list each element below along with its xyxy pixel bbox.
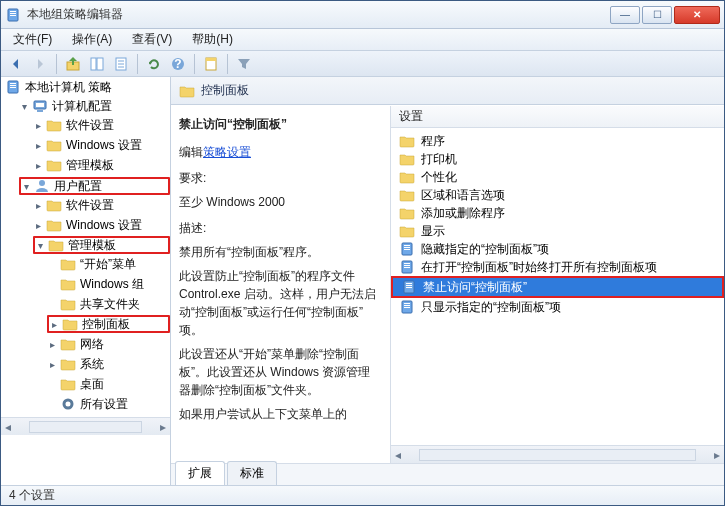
list-item[interactable]: 区域和语言选项 (391, 186, 724, 204)
tree-item[interactable]: ▸软件设置 (33, 116, 170, 134)
list-item[interactable]: 添加或删除程序 (391, 204, 724, 222)
gear-icon (60, 396, 76, 412)
setting-title: 禁止访问“控制面板” (179, 116, 382, 133)
folder-icon (46, 217, 62, 233)
requirements-text: 至少 Windows 2000 (179, 193, 382, 211)
pane-title: 控制面板 (201, 82, 249, 99)
folder-icon (60, 296, 76, 312)
view-tabs: 扩展 标准 (171, 463, 724, 485)
folder-icon (62, 316, 78, 332)
scroll-icon (399, 299, 415, 315)
collapse-icon[interactable]: ▾ (19, 101, 30, 112)
tree-item[interactable]: ▸Windows 设置 (33, 216, 170, 234)
expand-icon[interactable]: ▸ (33, 120, 44, 131)
scroll-icon (399, 241, 415, 257)
tree-pane[interactable]: 本地计算机 策略 ▾ 计算机配置 ▸软件设置 (1, 77, 171, 485)
content-area: 禁止访问“控制面板” 编辑策略设置 要求: 至少 Windows 2000 描述… (171, 105, 724, 463)
description-text: 此设置防止“控制面板”的程序文件 Control.exe 启动。这样，用户无法启… (179, 267, 382, 339)
list-item[interactable]: 程序 (391, 132, 724, 150)
tree-control-panel[interactable]: ▸控制面板 (47, 315, 170, 333)
folder-icon (46, 137, 62, 153)
requirements-label: 要求: (179, 169, 382, 187)
folder-icon (60, 276, 76, 292)
tree-item[interactable]: ▸软件设置 (33, 196, 170, 214)
titlebar: 本地组策略编辑器 — ☐ ✕ (1, 1, 724, 29)
description-text: 禁用所有“控制面板”程序。 (179, 243, 382, 261)
tab-extended[interactable]: 扩展 (175, 461, 225, 485)
status-text: 4 个设置 (9, 487, 55, 504)
toolbar: ? (1, 51, 724, 77)
tree-item[interactable]: ▸系统 (47, 355, 170, 373)
filter-button[interactable] (233, 53, 255, 75)
list-item[interactable]: 只显示指定的“控制面板”项 (391, 298, 724, 316)
expand-icon[interactable]: ▸ (33, 220, 44, 231)
expand-icon[interactable]: ▸ (47, 339, 58, 350)
properties-button[interactable] (200, 53, 222, 75)
collapse-icon[interactable]: ▾ (35, 240, 46, 251)
status-bar: 4 个设置 (1, 485, 724, 505)
folder-icon (399, 133, 415, 149)
tree-item[interactable]: 共享文件夹 (47, 295, 170, 313)
right-pane: 控制面板 禁止访问“控制面板” 编辑策略设置 要求: 至少 Windows 20… (171, 77, 724, 485)
menu-view[interactable]: 查看(V) (124, 29, 180, 50)
close-button[interactable]: ✕ (674, 6, 720, 24)
description-label: 描述: (179, 219, 382, 237)
tree-computer-config[interactable]: ▾ 计算机配置 (19, 97, 170, 115)
show-hide-tree-button[interactable] (86, 53, 108, 75)
tree-hscroll[interactable]: ◂▸ (1, 417, 170, 435)
list-item[interactable]: 在打开“控制面板”时始终打开所有控制面板项 (391, 258, 724, 276)
minimize-button[interactable]: — (610, 6, 640, 24)
list-item[interactable]: 隐藏指定的“控制面板”项 (391, 240, 724, 258)
list-item[interactable]: 打印机 (391, 150, 724, 168)
settings-list[interactable]: 程序打印机个性化区域和语言选项添加或删除程序显示隐藏指定的“控制面板”项在打开“… (391, 128, 724, 445)
tree-item[interactable]: ▸Windows 设置 (33, 136, 170, 154)
expand-icon[interactable]: ▸ (33, 160, 44, 171)
list-item[interactable]: 禁止访问“控制面板” (391, 276, 724, 298)
pane-header: 控制面板 (171, 77, 724, 105)
tree-item[interactable]: 桌面 (47, 375, 170, 393)
expand-icon[interactable]: ▸ (33, 140, 44, 151)
export-list-button[interactable] (110, 53, 132, 75)
forward-button[interactable] (29, 53, 51, 75)
edit-policy-link[interactable]: 策略设置 (203, 145, 251, 159)
menu-help[interactable]: 帮助(H) (184, 29, 241, 50)
collapse-icon[interactable]: ▾ (21, 181, 32, 192)
list-item-label: 显示 (421, 223, 445, 240)
tree-admin-templates[interactable]: ▾ 管理模板 (33, 236, 170, 254)
refresh-button[interactable] (143, 53, 165, 75)
tree-item[interactable]: 所有设置 (47, 395, 170, 413)
folder-icon (399, 205, 415, 221)
list-item-label: 个性化 (421, 169, 457, 186)
up-button[interactable] (62, 53, 84, 75)
tree-item[interactable]: “开始”菜单 (47, 255, 170, 273)
help-button[interactable]: ? (167, 53, 189, 75)
content-panes: 本地计算机 策略 ▾ 计算机配置 ▸软件设置 (1, 77, 724, 485)
back-button[interactable] (5, 53, 27, 75)
list-item[interactable]: 个性化 (391, 168, 724, 186)
expand-icon[interactable]: ▸ (47, 359, 58, 370)
tree-item[interactable]: ▸管理模板 (33, 156, 170, 174)
maximize-button[interactable]: ☐ (642, 6, 672, 24)
description-text: 此设置还从“开始”菜单删除“控制面板”。此设置还从 Windows 资源管理器删… (179, 345, 382, 399)
svg-rect-11 (91, 58, 96, 70)
menu-file[interactable]: 文件(F) (5, 29, 60, 50)
tree-root[interactable]: 本地计算机 策略 (5, 78, 170, 96)
expand-icon[interactable]: ▸ (49, 319, 60, 330)
folder-icon (60, 256, 76, 272)
folder-icon (46, 117, 62, 133)
list-item-label: 打印机 (421, 151, 457, 168)
list-column-header[interactable]: 设置 (391, 106, 724, 128)
list-hscroll[interactable]: ◂▸ (391, 445, 724, 463)
tree-item[interactable]: Windows 组 (47, 275, 170, 293)
description-text: 如果用户尝试从上下文菜单上的 (179, 405, 382, 423)
list-item-label: 隐藏指定的“控制面板”项 (421, 241, 549, 258)
scroll-icon (399, 259, 415, 275)
tree-user-config[interactable]: ▾ 用户配置 (19, 177, 170, 195)
expand-icon[interactable]: ▸ (33, 200, 44, 211)
app-window: 本地组策略编辑器 — ☐ ✕ 文件(F) 操作(A) 查看(V) 帮助(H) ? (0, 0, 725, 506)
list-item-label: 区域和语言选项 (421, 187, 505, 204)
tab-standard[interactable]: 标准 (227, 461, 277, 485)
menu-action[interactable]: 操作(A) (64, 29, 120, 50)
tree-item[interactable]: ▸网络 (47, 335, 170, 353)
list-item[interactable]: 显示 (391, 222, 724, 240)
